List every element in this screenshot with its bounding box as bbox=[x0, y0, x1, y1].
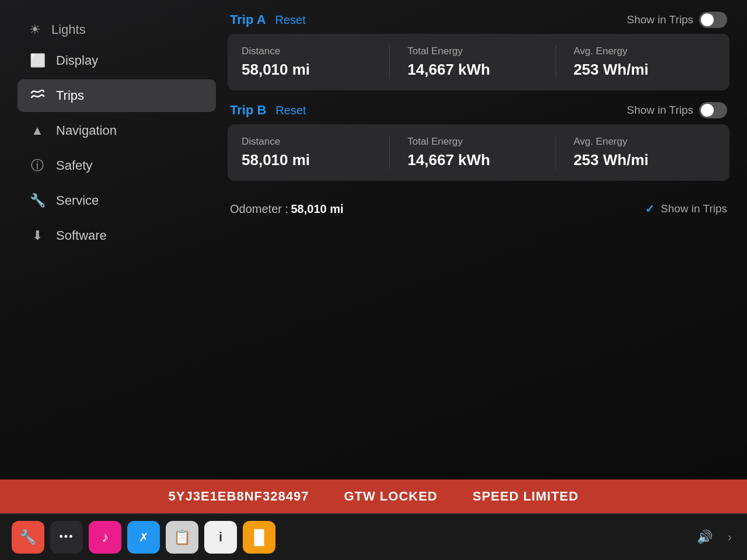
sidebar-label-trips: Trips bbox=[56, 88, 84, 103]
trip-b-stats-card: Distance 58,010 mi Total Energy 14,667 k… bbox=[228, 124, 729, 181]
warning-vin: 5YJ3E1EB8NF328497 bbox=[169, 489, 309, 504]
trip-a-distance: Distance 58,010 mi bbox=[242, 46, 383, 79]
trip-a-avg: Avg. Energy 253 Wh/mi bbox=[556, 46, 715, 79]
trip-a-energy-label: Total Energy bbox=[407, 46, 549, 57]
warning-gtw: GTW LOCKED bbox=[344, 489, 437, 504]
trip-b-avg-label: Avg. Energy bbox=[574, 136, 715, 148]
trip-b-section: Trip B Reset Show in Trips Distance 58,0… bbox=[228, 102, 729, 181]
warning-banner: 5YJ3E1EB8NF328497 GTW LOCKED SPEED LIMIT… bbox=[0, 480, 747, 513]
taskbar: 🔧 ••• ♪ ✗ 📋 i ▐▌ 🔊 › bbox=[0, 513, 747, 560]
taskbar-music-button[interactable]: ♪ bbox=[89, 521, 121, 554]
trip-a-section: Trip A Reset Show in Trips Distance 58,0… bbox=[228, 12, 729, 90]
sidebar-item-display[interactable]: ⬜ Display bbox=[18, 44, 216, 77]
volume-icon: 🔊 bbox=[691, 530, 718, 545]
trip-a-show-toggle-row: Show in Trips bbox=[627, 12, 727, 28]
dots-icon: ••• bbox=[60, 531, 74, 543]
lights-icon: ☀ bbox=[29, 22, 41, 37]
sidebar-item-service[interactable]: 🔧 Service bbox=[18, 184, 216, 217]
trip-b-header: Trip B Reset Show in Trips bbox=[228, 102, 729, 118]
trip-a-header-left: Trip A Reset bbox=[230, 12, 306, 27]
safety-icon: ⓘ bbox=[29, 158, 46, 174]
software-icon: ⬇ bbox=[29, 228, 46, 244]
audio-icon: ▐▌ bbox=[249, 529, 269, 545]
trip-b-distance: Distance 58,010 mi bbox=[242, 136, 383, 169]
trip-a-distance-value: 58,010 mi bbox=[242, 61, 383, 79]
trip-a-header: Trip A Reset Show in Trips bbox=[228, 12, 729, 28]
trip-a-avg-label: Avg. Energy bbox=[574, 46, 715, 57]
taskbar-wrench-button[interactable]: 🔧 bbox=[12, 521, 44, 554]
trip-b-distance-value: 58,010 mi bbox=[242, 151, 383, 169]
display-icon: ⬜ bbox=[29, 52, 46, 69]
trip-b-distance-label: Distance bbox=[242, 136, 383, 148]
trip-b-avg-value: 253 Wh/mi bbox=[574, 151, 715, 169]
trip-b-header-left: Trip B Reset bbox=[230, 103, 306, 118]
sidebar-item-navigation[interactable]: ▲ Navigation bbox=[18, 114, 216, 147]
info-icon: i bbox=[219, 530, 222, 545]
music-icon: ♪ bbox=[102, 529, 109, 545]
trip-b-energy-label: Total Energy bbox=[407, 136, 549, 148]
sidebar-label-display: Display bbox=[56, 53, 98, 68]
trip-b-toggle-knob bbox=[701, 104, 714, 117]
navigation-icon: ▲ bbox=[29, 123, 46, 139]
trip-b-show-toggle-row: Show in Trips bbox=[627, 102, 727, 118]
sidebar: ☀ Lights ⬜ Display Trips ▲ bbox=[0, 6, 216, 474]
trip-b-show-label: Show in Trips bbox=[627, 104, 693, 117]
sidebar-label-software: Software bbox=[56, 228, 107, 243]
sidebar-label-safety: Safety bbox=[56, 158, 92, 173]
trip-a-toggle-knob bbox=[701, 13, 714, 26]
trip-a-toggle[interactable] bbox=[699, 12, 727, 28]
trip-a-distance-label: Distance bbox=[242, 46, 383, 57]
right-panel: Trip A Reset Show in Trips Distance 58,0… bbox=[216, 6, 747, 474]
sidebar-item-safety[interactable]: ⓘ Safety bbox=[18, 149, 216, 182]
trip-a-energy-value: 14,667 kWh bbox=[407, 61, 549, 79]
calendar-icon: 📋 bbox=[173, 529, 191, 545]
odometer-row: Odometer : 58,010 mi ✓ Show in Trips bbox=[228, 192, 729, 225]
warning-speed: SPEED LIMITED bbox=[473, 489, 579, 504]
odometer-label: Odometer : bbox=[230, 202, 288, 215]
main-screen: ☀ Lights ⬜ Display Trips ▲ bbox=[0, 0, 747, 560]
trip-a-avg-value: 253 Wh/mi bbox=[574, 61, 715, 79]
sidebar-item-lights[interactable]: ☀ Lights bbox=[18, 18, 216, 42]
taskbar-calendar-button[interactable]: 📋 bbox=[166, 521, 198, 554]
trip-b-label: Trip B bbox=[230, 103, 266, 118]
sidebar-item-software[interactable]: ⬇ Software bbox=[18, 219, 216, 252]
trip-b-reset-button[interactable]: Reset bbox=[275, 104, 306, 117]
odometer-checkmark-icon: ✓ bbox=[645, 202, 655, 216]
trip-a-energy: Total Energy 14,667 kWh bbox=[389, 46, 549, 79]
sidebar-label-service: Service bbox=[56, 193, 99, 208]
odometer-show-group: ✓ Show in Trips bbox=[645, 202, 727, 216]
odometer-text-group: Odometer : 58,010 mi bbox=[230, 202, 344, 216]
trips-icon bbox=[29, 88, 46, 104]
trip-a-label: Trip A bbox=[230, 12, 266, 27]
service-icon: 🔧 bbox=[29, 192, 46, 209]
odometer-show-label: Show in Trips bbox=[661, 202, 727, 215]
sidebar-label-lights: Lights bbox=[51, 22, 86, 37]
taskbar-bluetooth-button[interactable]: ✗ bbox=[127, 521, 160, 554]
taskbar-info-button[interactable]: i bbox=[204, 521, 237, 554]
trip-b-avg: Avg. Energy 253 Wh/mi bbox=[556, 136, 715, 169]
trip-b-energy-value: 14,667 kWh bbox=[407, 151, 549, 169]
trip-a-stats-card: Distance 58,010 mi Total Energy 14,667 k… bbox=[228, 34, 729, 90]
bluetooth-icon: ✗ bbox=[139, 530, 149, 544]
trip-a-show-label: Show in Trips bbox=[627, 13, 693, 26]
trip-b-toggle[interactable] bbox=[699, 102, 727, 118]
sidebar-label-navigation: Navigation bbox=[56, 123, 117, 138]
odometer-value: 58,010 mi bbox=[291, 202, 344, 215]
main-content: ☀ Lights ⬜ Display Trips ▲ bbox=[0, 0, 747, 480]
taskbar-arrow-icon[interactable]: › bbox=[724, 530, 735, 544]
trip-a-reset-button[interactable]: Reset bbox=[275, 13, 306, 27]
wrench-icon: 🔧 bbox=[19, 529, 37, 545]
sidebar-item-trips[interactable]: Trips bbox=[18, 79, 216, 112]
trip-b-energy: Total Energy 14,667 kWh bbox=[389, 136, 549, 169]
taskbar-audio-button[interactable]: ▐▌ bbox=[243, 521, 275, 554]
taskbar-dots-button[interactable]: ••• bbox=[50, 521, 83, 554]
